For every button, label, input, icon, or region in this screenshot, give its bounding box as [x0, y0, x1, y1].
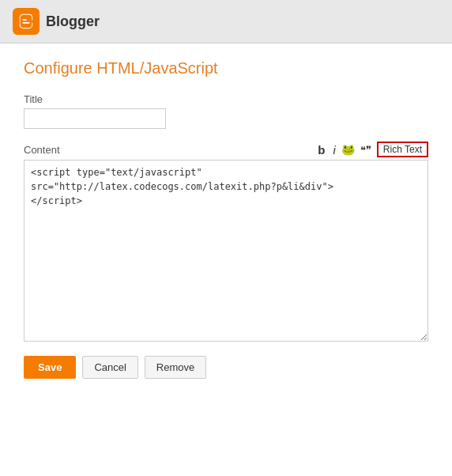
quote-button[interactable]: ❝❞: [358, 143, 374, 157]
app-header: Blogger: [0, 0, 452, 43]
remove-button[interactable]: Remove: [145, 356, 206, 379]
title-label: Title: [24, 93, 428, 105]
content-label: Content: [24, 144, 60, 156]
save-button[interactable]: Save: [24, 356, 76, 379]
emoji-icon[interactable]: 🐸: [341, 143, 355, 156]
action-buttons: Save Cancel Remove: [24, 356, 428, 379]
page-content: Configure HTML/JavaScript Title Content …: [0, 43, 452, 476]
app-name: Blogger: [46, 13, 100, 30]
italic-button[interactable]: i: [331, 142, 338, 157]
bold-button[interactable]: b: [315, 142, 327, 157]
cancel-button[interactable]: Cancel: [82, 356, 137, 379]
rich-text-button[interactable]: Rich Text: [377, 142, 428, 157]
content-textarea[interactable]: [24, 160, 428, 342]
title-input[interactable]: [24, 108, 166, 129]
page-title: Configure HTML/JavaScript: [24, 59, 428, 77]
content-header-row: Content b i 🐸 ❝❞ Rich Text: [24, 142, 428, 157]
content-toolbar: b i 🐸 ❝❞ Rich Text: [315, 142, 428, 157]
main-window: Blogger Configure HTML/JavaScript Title …: [0, 0, 452, 476]
blogger-logo: [13, 8, 40, 35]
